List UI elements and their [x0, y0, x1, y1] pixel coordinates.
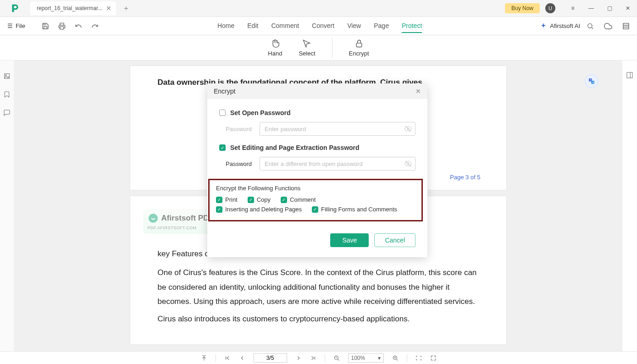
cancel-button[interactable]: Cancel [374, 233, 415, 247]
dialog-titlebar: Encrypt ✕ [207, 83, 427, 99]
svg-point-5 [6, 75, 7, 76]
tool-encrypt-label: Encrypt [349, 50, 369, 57]
search-icon[interactable] [587, 22, 594, 30]
right-sidebar [622, 61, 637, 351]
open-password-label: Set Open Password [230, 109, 290, 116]
watermark-sub: PDF.AFIRSTSOFT.COM [148, 226, 216, 230]
ai-button[interactable]: Afirstsoft AI [540, 22, 580, 30]
checkbox-open-password[interactable] [219, 110, 226, 116]
svg-text:W: W [592, 82, 594, 84]
tab-title: report_16_trial_watermar... [37, 5, 102, 11]
last-page-icon[interactable] [310, 355, 316, 361]
ai-label-text: Afirstsoft AI [550, 22, 580, 29]
bookmark-icon[interactable] [3, 91, 11, 98]
menu-view[interactable]: View [347, 19, 361, 33]
svg-rect-0 [60, 27, 64, 29]
fit-width-icon[interactable] [415, 355, 422, 361]
page-indicator: Page 3 of 5 [450, 174, 481, 181]
tab-document[interactable]: report_16_trial_watermar... ✕ [30, 1, 116, 15]
file-menu[interactable]: ☰ File [4, 21, 29, 31]
menu-icon: ☰ [7, 22, 13, 29]
chk-print[interactable]: ✓Print [216, 196, 238, 203]
svg-point-1 [588, 23, 592, 28]
edit-password-label: Set Editing and Page Extraction Password [230, 144, 360, 151]
chk-comment[interactable]: ✓Comment [281, 196, 316, 203]
main-menu: Home Edit Comment Convert View Page Prot… [100, 19, 540, 33]
chk-copy[interactable]: ✓Copy [248, 196, 271, 203]
watermark-title: Afirstsoft PDF [161, 214, 214, 223]
chk-fill-forms[interactable]: ✓Filling Forms and Comments [312, 206, 397, 213]
zoom-out-icon[interactable] [333, 355, 340, 361]
eye-icon[interactable] [404, 160, 412, 167]
cloud-icon[interactable] [604, 22, 612, 30]
svg-rect-2 [623, 23, 629, 29]
statusbar: 100% ▾ [0, 351, 637, 364]
zoom-value: 100% [351, 355, 366, 361]
dialog-title: Encrypt [214, 88, 235, 95]
menu-page[interactable]: Page [374, 19, 389, 33]
save-icon[interactable] [42, 22, 50, 30]
menu-convert[interactable]: Convert [312, 19, 334, 33]
menu-comment[interactable]: Comment [271, 19, 299, 33]
checkbox-edit-password[interactable]: ✓ [219, 144, 226, 151]
edit-password-input[interactable] [260, 157, 415, 171]
menu-edit[interactable]: Edit [247, 19, 258, 33]
comments-icon[interactable] [3, 109, 11, 116]
close-icon[interactable]: ✕ [106, 5, 111, 12]
chevron-down-icon: ▾ [378, 355, 381, 361]
close-window-icon[interactable]: ✕ [619, 0, 637, 17]
encrypt-functions-box: Encrypt the Following Functions ✓Print ✓… [208, 179, 423, 221]
svg-point-10 [149, 214, 158, 223]
fullscreen-icon[interactable] [430, 355, 437, 361]
tool-select-label: Select [299, 50, 315, 57]
tool-hand-label: Hand [268, 50, 282, 57]
zoom-select[interactable]: 100% ▾ [348, 353, 384, 363]
tool-hand[interactable]: Hand [268, 39, 282, 57]
functions-title: Encrypt the Following Functions [216, 185, 415, 192]
password-label: Password [226, 126, 252, 132]
page-number-input[interactable] [254, 353, 287, 363]
titlebar: report_16_trial_watermar... ✕ ＋ Buy Now … [0, 0, 637, 17]
add-tab-button[interactable]: ＋ [122, 4, 130, 13]
close-icon[interactable]: ✕ [415, 88, 421, 95]
save-button[interactable]: Save [330, 233, 369, 247]
zoom-in-icon[interactable] [392, 355, 399, 361]
first-page-icon[interactable] [224, 355, 231, 361]
redo-icon[interactable] [91, 22, 100, 30]
panel-icon[interactable] [622, 22, 630, 30]
minimize-icon[interactable]: — [582, 0, 600, 17]
chk-insert-delete[interactable]: ✓Inserting and Deleting Pages [216, 206, 302, 213]
buy-now-button[interactable]: Buy Now [505, 3, 540, 13]
paragraph: One of Cirus's features is the Cirus Sco… [158, 265, 479, 309]
toolbar-separator [332, 38, 332, 58]
svg-rect-3 [356, 43, 362, 47]
eye-icon[interactable] [404, 125, 412, 132]
paragraph: Cirus also introduces its customers to c… [158, 312, 479, 326]
prev-page-icon[interactable] [239, 355, 245, 361]
open-password-input[interactable] [260, 122, 415, 136]
maximize-icon[interactable]: ▢ [600, 0, 619, 17]
menubar: ☰ File Home Edit Comment Convert View Pa… [0, 17, 637, 35]
avatar[interactable]: U [545, 3, 555, 13]
protect-toolbar: Hand Select Encrypt [0, 35, 637, 61]
next-page-icon[interactable] [295, 355, 302, 361]
left-sidebar [0, 61, 14, 351]
tool-select[interactable]: Select [299, 39, 315, 57]
tool-encrypt[interactable]: Encrypt [349, 39, 369, 57]
thumbnails-icon[interactable] [3, 72, 11, 80]
scroll-top-icon[interactable] [201, 355, 207, 361]
properties-icon[interactable] [626, 72, 633, 79]
svg-rect-4 [5, 74, 10, 79]
app-logo[interactable] [8, 1, 22, 15]
svg-rect-11 [627, 72, 632, 78]
password-label: Password [226, 160, 252, 167]
file-label: File [16, 22, 25, 29]
menu-protect[interactable]: Protect [402, 19, 422, 33]
menu-home[interactable]: Home [217, 19, 234, 33]
translate-icon[interactable]: SW [585, 74, 598, 88]
print-icon[interactable] [58, 22, 66, 30]
hamburger-icon[interactable]: ≡ [564, 0, 582, 17]
undo-icon[interactable] [75, 22, 83, 30]
svg-text:S: S [590, 79, 591, 81]
encrypt-dialog: Encrypt ✕ Set Open Password Password ✓ S… [207, 83, 427, 257]
